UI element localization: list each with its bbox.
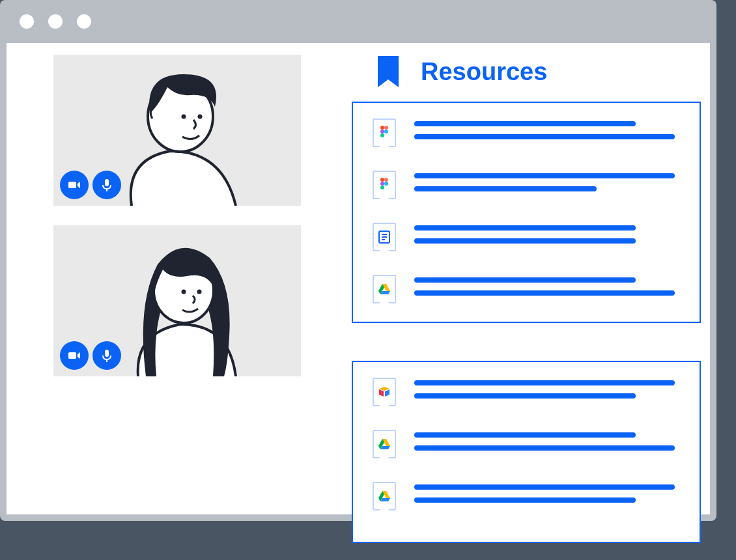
resource-text-placeholder: [414, 275, 675, 296]
svg-rect-9: [68, 352, 76, 359]
text-line: [414, 380, 675, 385]
resource-item[interactable]: [373, 223, 636, 251]
resource-item[interactable]: [373, 275, 675, 303]
mic-icon: [99, 177, 115, 193]
video-controls: [60, 171, 121, 199]
text-line: [414, 290, 675, 296]
svg-rect-3: [68, 182, 76, 188]
bookmark-icon: [375, 55, 401, 89]
text-line: [414, 432, 636, 438]
window-control-dot[interactable]: [20, 14, 34, 29]
svg-point-17: [380, 178, 384, 182]
text-line: [414, 121, 636, 126]
mic-button[interactable]: [92, 171, 121, 199]
resource-text-placeholder: [414, 430, 675, 451]
text-line: [414, 238, 636, 244]
resource-text-placeholder: [414, 119, 675, 139]
text-line: [414, 445, 675, 451]
text-line: [414, 134, 675, 139]
text-line: [414, 277, 636, 283]
resource-item[interactable]: [373, 119, 675, 147]
window-control-dot[interactable]: [48, 14, 63, 29]
video-tile[interactable]: [53, 55, 301, 206]
svg-point-2: [198, 115, 203, 119]
text-line: [414, 393, 636, 399]
svg-point-16: [380, 133, 384, 137]
airtable-icon: [373, 378, 396, 406]
doc-icon: [373, 223, 396, 251]
svg-point-1: [182, 115, 186, 119]
resources-title: Resources: [421, 58, 547, 86]
resource-text-placeholder: [414, 171, 675, 191]
window-titlebar: [0, 0, 716, 43]
app-window: Resources: [0, 0, 716, 521]
svg-point-15: [384, 130, 388, 133]
text-line: [414, 497, 636, 503]
svg-point-21: [380, 186, 384, 189]
drive-icon: [373, 482, 396, 511]
svg-point-7: [182, 290, 186, 294]
figma-icon: [373, 171, 396, 199]
resources-panel: [352, 102, 701, 323]
window-control-dot[interactable]: [77, 14, 91, 29]
text-line: [414, 186, 597, 191]
resource-item[interactable]: [373, 430, 675, 458]
resource-text-placeholder: [414, 482, 675, 503]
svg-rect-4: [105, 179, 109, 186]
resource-text-placeholder: [414, 378, 675, 399]
drive-icon: [373, 430, 396, 458]
camera-icon: [66, 177, 82, 193]
resource-item[interactable]: [373, 171, 675, 199]
figma-icon: [373, 119, 396, 147]
text-line: [414, 173, 675, 178]
camera-icon: [66, 348, 82, 363]
svg-point-8: [197, 290, 202, 294]
mic-icon: [99, 348, 115, 363]
svg-rect-10: [105, 350, 109, 357]
resource-item[interactable]: [373, 482, 675, 511]
video-tile[interactable]: [53, 225, 301, 376]
text-line: [414, 484, 675, 490]
resource-text-placeholder: [414, 223, 636, 244]
resources-header: Resources: [375, 55, 547, 89]
mic-button[interactable]: [92, 341, 121, 370]
window-content: Resources: [7, 43, 710, 514]
svg-point-14: [380, 130, 384, 133]
resources-panel: [352, 361, 701, 543]
camera-button[interactable]: [60, 341, 89, 370]
svg-point-13: [384, 126, 388, 130]
video-controls: [60, 341, 121, 370]
drive-icon: [373, 275, 396, 303]
resource-item[interactable]: [373, 378, 675, 406]
text-line: [414, 225, 636, 231]
svg-point-19: [380, 182, 384, 186]
svg-point-20: [384, 182, 388, 186]
svg-point-12: [380, 126, 384, 130]
camera-button[interactable]: [60, 171, 89, 199]
svg-point-18: [384, 178, 388, 182]
